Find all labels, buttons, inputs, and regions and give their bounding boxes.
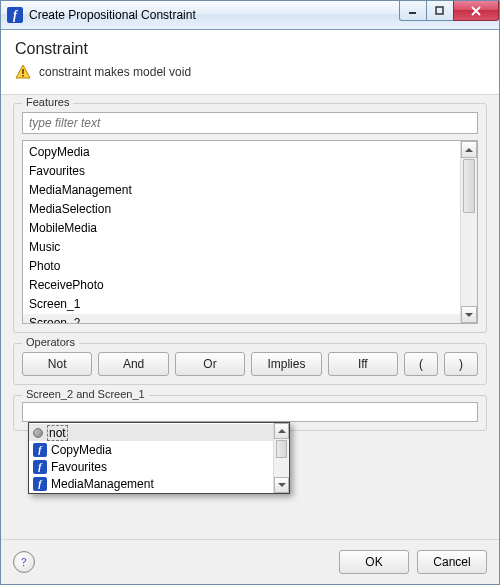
close-button[interactable] — [453, 1, 499, 21]
operators-group: Operators NotAndOrImpliesIff() — [13, 343, 487, 385]
feature-item[interactable]: Photo — [23, 257, 460, 276]
feature-item[interactable]: Screen_2 — [23, 314, 460, 323]
scroll-up-button[interactable] — [461, 141, 477, 158]
feature-item[interactable]: Screen_1 — [23, 295, 460, 314]
scroll-thumb[interactable] — [276, 440, 287, 458]
expression-group: Screen_2 and Screen_1 notfCopyMediafFavo… — [13, 395, 487, 431]
feature-item[interactable]: CopyMedia — [23, 143, 460, 162]
window-title: Create Propositional Constraint — [29, 8, 196, 22]
operator-button[interactable]: Not — [22, 352, 92, 376]
app-icon: f — [7, 7, 23, 23]
keyword-icon — [33, 428, 43, 438]
autocomplete-label: CopyMedia — [51, 443, 112, 457]
svg-rect-1 — [22, 69, 24, 74]
features-legend: Features — [22, 96, 73, 108]
feature-item[interactable]: MediaSelection — [23, 200, 460, 219]
maximize-button[interactable] — [426, 1, 454, 21]
help-button[interactable] — [13, 551, 35, 573]
feature-item[interactable]: Favourites — [23, 162, 460, 181]
scroll-down-button[interactable] — [274, 477, 289, 493]
features-scrollbar[interactable] — [460, 141, 477, 323]
feature-icon: f — [33, 477, 47, 491]
autocomplete-label: not — [47, 425, 68, 441]
features-filter-input[interactable] — [22, 112, 478, 134]
autocomplete-item[interactable]: fCopyMedia — [29, 441, 273, 458]
scroll-up-button[interactable] — [274, 423, 289, 439]
scroll-down-button[interactable] — [461, 306, 477, 323]
feature-item[interactable]: Music — [23, 238, 460, 257]
autocomplete-item[interactable]: fMediaManagement — [29, 475, 273, 492]
title-bar: f Create Propositional Constraint — [0, 0, 500, 30]
dialog-body: Constraint constraint makes model void F… — [0, 30, 500, 585]
autocomplete-popup: notfCopyMediafFavouritesfMediaManagement — [28, 422, 290, 494]
feature-icon: f — [33, 460, 47, 474]
cancel-button[interactable]: Cancel — [417, 550, 487, 574]
dialog-content: Features CopyMediaFavouritesMediaManagem… — [1, 95, 499, 539]
svg-rect-2 — [22, 75, 24, 77]
window-controls — [400, 1, 499, 21]
operator-button[interactable]: Or — [175, 352, 245, 376]
operator-button[interactable]: Iff — [328, 352, 398, 376]
operator-button[interactable]: Implies — [251, 352, 321, 376]
operator-button[interactable]: ) — [444, 352, 478, 376]
features-group: Features CopyMediaFavouritesMediaManagem… — [13, 103, 487, 333]
feature-icon: f — [33, 443, 47, 457]
autocomplete-label: MediaManagement — [51, 477, 154, 491]
expression-input[interactable] — [22, 402, 478, 422]
autocomplete-label: Favourites — [51, 460, 107, 474]
feature-item[interactable]: MediaManagement — [23, 181, 460, 200]
feature-item[interactable]: MobileMedia — [23, 219, 460, 238]
expression-legend: Screen_2 and Screen_1 — [22, 388, 149, 400]
minimize-button[interactable] — [399, 1, 427, 21]
operators-legend: Operators — [22, 336, 79, 348]
feature-item[interactable]: ReceivePhoto — [23, 276, 460, 295]
autocomplete-item[interactable]: fFavourites — [29, 458, 273, 475]
operator-button[interactable]: And — [98, 352, 168, 376]
scroll-thumb[interactable] — [463, 159, 475, 213]
warning-row: constraint makes model void — [15, 64, 485, 80]
dialog-header: Constraint constraint makes model void — [1, 30, 499, 95]
operator-button[interactable]: ( — [404, 352, 438, 376]
warning-text: constraint makes model void — [39, 65, 191, 79]
autocomplete-item[interactable]: not — [29, 424, 273, 441]
features-list: CopyMediaFavouritesMediaManagementMediaS… — [22, 140, 478, 324]
ok-button[interactable]: OK — [339, 550, 409, 574]
help-icon — [18, 556, 30, 568]
dialog-heading: Constraint — [15, 40, 485, 58]
svg-rect-0 — [436, 7, 443, 14]
dialog-footer: OK Cancel — [1, 539, 499, 584]
autocomplete-scrollbar[interactable] — [273, 423, 289, 493]
warning-icon — [15, 64, 31, 80]
